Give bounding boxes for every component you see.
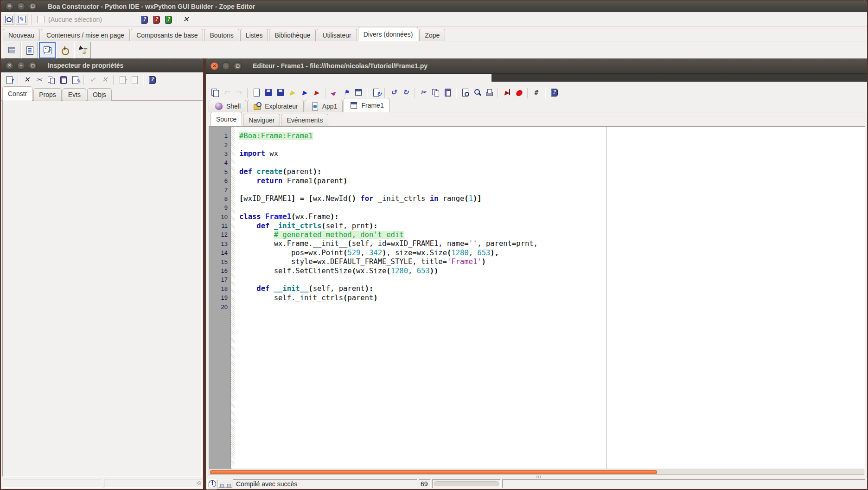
help-book-button[interactable]	[146, 74, 158, 86]
selection-checkbox[interactable]	[37, 16, 45, 23]
minimize-button[interactable]: –	[222, 62, 230, 70]
reload-module-button[interactable]	[370, 86, 382, 98]
inspector-tab-constr[interactable]: Constr	[2, 86, 32, 101]
minimize-button[interactable]: –	[17, 62, 25, 70]
toolbar-separator	[545, 88, 546, 98]
print-button[interactable]	[483, 86, 495, 98]
frame-designer-button[interactable]	[352, 86, 364, 98]
selection-combo[interactable]: (Aucune sélection)	[48, 16, 102, 23]
palette-tab-bibliotheque[interactable]: Bibliothèque	[269, 29, 316, 41]
inspector-status-pane-1	[3, 479, 102, 488]
inspector-property-panel[interactable]	[2, 101, 202, 477]
status-info-button[interactable]	[207, 479, 217, 490]
run-module-button[interactable]	[299, 86, 311, 98]
palette-tab-zope[interactable]: Zope	[419, 29, 445, 41]
sash-grip[interactable]	[536, 476, 542, 478]
palette-tab-nouveau[interactable]: Nouveau	[3, 29, 40, 41]
inspector-frame-button[interactable]	[3, 13, 14, 25]
breakpoint-button[interactable]	[513, 86, 525, 98]
copy-button[interactable]	[429, 86, 441, 98]
palette-tab-utilisateur[interactable]: Utilisateur	[317, 29, 357, 41]
status-line-pane: 69	[419, 479, 431, 488]
maximize-button[interactable]: ▢	[29, 62, 37, 70]
save-button[interactable]	[262, 86, 274, 98]
tab-frame1[interactable]: Frame1	[344, 98, 389, 112]
tab-app1[interactable]: App1	[305, 100, 343, 112]
profiler-button[interactable]	[328, 86, 340, 98]
tab-evenements[interactable]: Evénements	[281, 114, 328, 126]
status-small-button-1[interactable]	[218, 481, 225, 488]
save-as-button[interactable]	[274, 86, 287, 98]
check-source-button[interactable]	[287, 86, 299, 98]
code-line: 5def create(parent):	[209, 168, 865, 176]
inspector-tab-props[interactable]: Props	[33, 88, 62, 101]
close-page-button[interactable]	[180, 13, 192, 26]
palette-tab-divers-donnees[interactable]: Divers (données)	[358, 27, 419, 41]
palette-tab-composants[interactable]: Composants de base	[131, 29, 203, 41]
close-button[interactable]: ✕	[6, 2, 13, 10]
save-icon	[264, 88, 273, 97]
cut-control-icon	[34, 75, 44, 84]
recreate-control-button[interactable]	[69, 74, 81, 86]
redo-button[interactable]	[400, 86, 412, 98]
editable-listbox-button[interactable]	[21, 42, 38, 58]
palette-tab-listes[interactable]: Listes	[240, 29, 268, 41]
tab-naviguer[interactable]: Naviguer	[243, 114, 280, 126]
open-module-list-icon	[210, 88, 219, 97]
main-titlebar: ✕ – ▢ Boa Constructor - Python IDE - wxP…	[1, 0, 867, 13]
toolbar-separator	[384, 88, 385, 98]
cancel-button[interactable]	[99, 74, 111, 86]
forward-button[interactable]	[233, 86, 245, 98]
copy-control-button[interactable]	[45, 74, 57, 86]
resize-grip[interactable]	[197, 481, 201, 485]
tab-source[interactable]: Source	[211, 112, 242, 126]
toolbar-separator	[527, 88, 528, 98]
maximize-button[interactable]: ▢	[29, 2, 37, 10]
tree-ctrl-button[interactable]	[4, 42, 20, 58]
paste-control-button[interactable]	[57, 74, 69, 86]
goto-cursor-button[interactable]	[501, 86, 513, 98]
add-item-button[interactable]	[116, 74, 128, 86]
code-todo-button[interactable]	[530, 86, 542, 98]
designer-frame-button[interactable]	[16, 13, 27, 25]
apply-button[interactable]	[87, 74, 99, 86]
scrollbar-thumb[interactable]	[210, 470, 657, 474]
splitter-sash[interactable]	[206, 475, 867, 479]
copy-control-icon	[46, 75, 56, 84]
busy-cursor-button[interactable]	[74, 42, 91, 58]
inspector-tab-evts[interactable]: Evts	[63, 88, 86, 101]
new-module-button[interactable]	[250, 86, 262, 98]
minimize-button[interactable]: –	[17, 2, 25, 10]
find-button[interactable]	[459, 86, 471, 98]
open-module-list-button[interactable]	[209, 86, 221, 98]
back-button[interactable]	[221, 86, 233, 98]
help-book-red-icon[interactable]	[150, 13, 162, 26]
source-editor[interactable]: 1#Boa:Frame:Frame123import wx45def creat…	[209, 126, 865, 470]
find-again-button[interactable]	[471, 86, 483, 98]
delete-item-button[interactable]	[128, 74, 140, 86]
tab-explorateur[interactable]: Explorateur	[247, 100, 304, 112]
horizontal-scrollbar[interactable]	[209, 469, 864, 475]
maximize-button[interactable]: ▢	[234, 62, 242, 70]
cut-button[interactable]	[417, 86, 429, 98]
cut-control-button[interactable]	[33, 74, 45, 86]
close-button[interactable]: ✕	[211, 62, 218, 70]
status-small-button-2[interactable]	[225, 481, 232, 488]
palette-tab-conteneurs[interactable]: Conteneurs / mise en page	[41, 29, 130, 41]
todo-flag-button[interactable]	[340, 86, 352, 98]
debug-module-button[interactable]	[311, 86, 323, 98]
paste-button[interactable]	[441, 86, 453, 98]
image-list-button[interactable]	[39, 42, 56, 58]
close-button[interactable]: ✕	[6, 62, 13, 70]
navigate-collection-button[interactable]	[3, 74, 15, 86]
timer-button[interactable]	[57, 42, 73, 58]
undo-button[interactable]	[388, 86, 400, 98]
tab-shell[interactable]: Shell	[209, 100, 246, 112]
help-book-blue-icon[interactable]	[138, 13, 150, 26]
help-book-button[interactable]	[548, 86, 560, 98]
palette-tab-boutons[interactable]: Boutons	[204, 29, 239, 41]
help-book-green-icon[interactable]	[162, 13, 174, 26]
main-window-title: Boa Constructor - Python IDE - wxPython …	[48, 3, 255, 10]
inspector-tab-objs[interactable]: Objs	[87, 88, 112, 101]
delete-control-button[interactable]	[21, 74, 33, 86]
